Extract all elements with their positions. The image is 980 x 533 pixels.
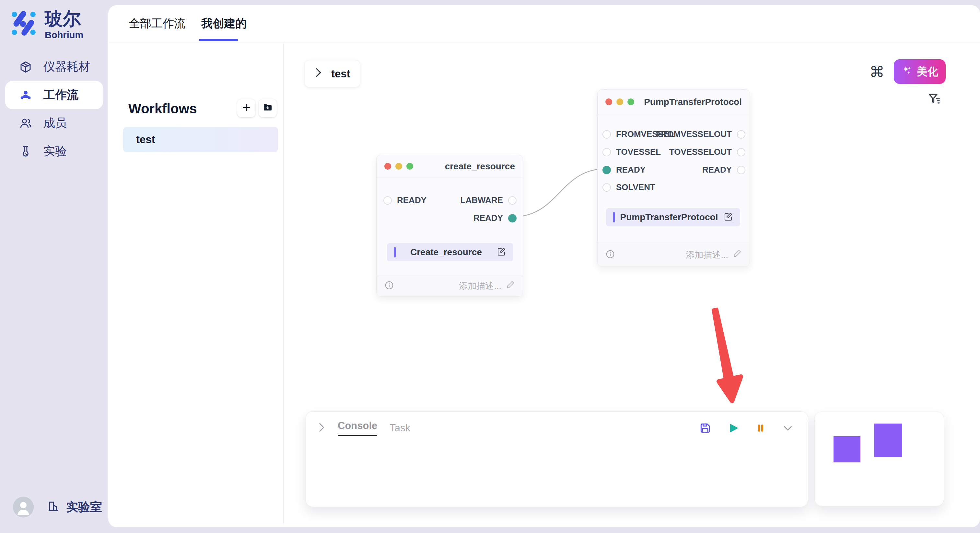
dot-red[interactable] [384, 163, 391, 170]
console-panel: Console Task [305, 411, 808, 507]
app-title: 玻尔 [45, 9, 83, 29]
port-tovesselout-out[interactable]: TOVESSELOUT [669, 147, 745, 157]
sidebar-item-workflow[interactable]: 工作流 [5, 81, 103, 109]
dot-green[interactable] [406, 163, 413, 170]
add-description-field[interactable]: 添加描述... [459, 280, 515, 292]
port-circle[interactable] [737, 130, 745, 139]
save-icon[interactable] [699, 422, 711, 434]
sidebar-item-label: 成员 [43, 115, 67, 131]
port-circle[interactable] [508, 196, 517, 205]
traffic-light-dots[interactable] [384, 163, 413, 170]
port-circle[interactable] [603, 183, 611, 192]
experiment-icon [19, 145, 32, 159]
minimap-node-pump [874, 424, 902, 457]
info-icon[interactable] [605, 249, 615, 260]
port-circle-connected[interactable] [508, 214, 517, 222]
red-annotation-arrow [713, 309, 741, 401]
sidebar: 玻尔 Bohrium 仪器耗材 工作流 [0, 0, 108, 533]
dot-yellow[interactable] [395, 163, 402, 170]
dot-yellow[interactable] [616, 98, 623, 105]
sidebar-item-members[interactable]: 成员 [5, 109, 103, 137]
port-tovessel-in[interactable]: TOVESSEL [603, 147, 661, 157]
block-label: Create_resource [396, 247, 496, 257]
workspace-label: 实验室 [66, 499, 102, 515]
dot-green[interactable] [627, 98, 634, 105]
node-function-block[interactable]: PumpTransferProtocol [606, 208, 740, 226]
members-icon [19, 117, 32, 130]
team-icon [19, 89, 32, 102]
node-function-block[interactable]: Create_resource [387, 243, 513, 261]
node-create-resource[interactable]: create_resource READY LABWARE READY Crea… [376, 155, 523, 297]
box-icon [19, 60, 32, 74]
port-labware-out[interactable]: LABWARE [460, 195, 517, 205]
block-label: PumpTransferProtocol [615, 212, 723, 222]
add-description-field[interactable]: 添加描述... [686, 249, 742, 261]
node-title: create_resource [445, 161, 515, 171]
port-fromvesselout-out[interactable]: FROMVESSELOUT [656, 129, 745, 139]
workspace-switcher[interactable]: 实验室 [47, 499, 102, 516]
sidebar-item-label: 工作流 [43, 87, 78, 103]
bohrium-logo-icon [10, 9, 38, 38]
app-logo: 玻尔 Bohrium [10, 9, 83, 40]
info-icon[interactable] [384, 281, 394, 292]
port-ready-out[interactable]: READY [702, 165, 745, 175]
port-circle[interactable] [383, 196, 392, 205]
app-subtitle: Bohrium [45, 30, 83, 40]
port-ready-in[interactable]: READY [603, 165, 646, 175]
minimap[interactable] [815, 412, 944, 506]
port-solvent-in[interactable]: SOLVENT [603, 182, 655, 192]
node-pump-transfer-protocol[interactable]: PumpTransferProtocol FROMVESSEL FROMVESS… [597, 89, 750, 267]
edit-icon[interactable] [723, 212, 733, 223]
port-ready-out[interactable]: READY [474, 213, 517, 223]
port-circle[interactable] [603, 148, 611, 156]
dot-red[interactable] [605, 98, 612, 105]
port-circle[interactable] [737, 148, 745, 156]
content-area: 全部工作流 我创建的 Workflows test [108, 5, 980, 527]
pencil-icon [506, 280, 515, 292]
sidebar-item-consumables[interactable]: 仪器耗材 [5, 53, 103, 81]
sidebar-item-label: 实验 [43, 143, 67, 159]
port-ready-in[interactable]: READY [383, 195, 426, 205]
edit-icon[interactable] [496, 247, 506, 258]
sidebar-item-experiment[interactable]: 实验 [5, 137, 103, 165]
port-circle[interactable] [603, 130, 611, 139]
user-avatar[interactable] [13, 497, 34, 517]
minimap-node-create [834, 436, 861, 462]
console-tab[interactable]: Console [338, 420, 377, 436]
collapse-chevron-icon[interactable] [782, 422, 794, 434]
sidebar-menu: 仪器耗材 工作流 成员 [5, 53, 103, 165]
task-tab[interactable]: Task [390, 422, 410, 434]
pencil-icon [733, 249, 742, 260]
pause-icon[interactable] [756, 423, 766, 433]
traffic-light-dots[interactable] [605, 98, 634, 105]
sidebar-item-label: 仪器耗材 [43, 59, 90, 75]
edge-create-to-pump [512, 169, 606, 217]
expand-chevron-icon[interactable] [318, 423, 325, 434]
building-icon [47, 499, 60, 516]
run-icon[interactable] [727, 422, 739, 434]
node-title: PumpTransferProtocol [644, 97, 742, 107]
port-circle[interactable] [737, 166, 745, 174]
port-circle-connected[interactable] [603, 166, 611, 174]
